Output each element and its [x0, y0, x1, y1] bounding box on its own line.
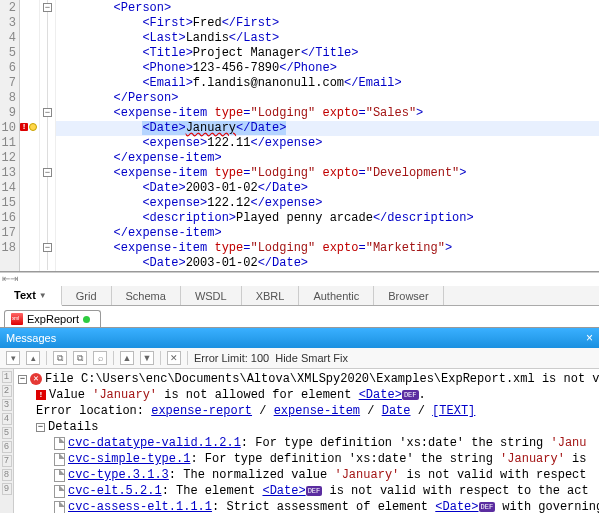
file-tab-expreport[interactable]: ExpReport — [4, 310, 101, 327]
messages-tab-strip[interactable]: 123456789 — [0, 369, 14, 513]
collapse-toggle[interactable]: − — [18, 375, 27, 384]
messages-panel-title[interactable]: Messages × — [0, 328, 599, 348]
messages-tab-5[interactable]: 5 — [2, 427, 12, 439]
msg-detail-row[interactable]: cvc-simple-type.1: For type definition '… — [18, 451, 595, 467]
cvc-code-link[interactable]: cvc-assess-elt.1.1.1 — [68, 500, 212, 513]
error-marker-icon[interactable]: ! — [20, 123, 28, 131]
cvc-code-link[interactable]: cvc-elt.5.2.1 — [68, 484, 162, 498]
def-badge-icon[interactable]: DEF — [479, 502, 496, 512]
view-tab-wsdl[interactable]: WSDL — [181, 286, 242, 305]
xml-file-icon — [11, 313, 23, 325]
messages-tab-9[interactable]: 9 — [2, 483, 12, 495]
view-tab-schema[interactable]: Schema — [112, 286, 181, 305]
document-icon — [54, 485, 65, 498]
view-tab-xbrl[interactable]: XBRL — [242, 286, 300, 305]
chevron-down-icon: ▼ — [39, 291, 47, 300]
fold-margin[interactable]: −−−− — [40, 0, 56, 271]
messages-toolbar: ▾ ▴ ⧉ ⧉ ⌕ ▲ ▼ ✕ Error Limit: 100 Hide Sm… — [0, 348, 599, 369]
breadcrumb-part[interactable]: expense-report — [151, 404, 252, 418]
code-content[interactable]: <Person> <First>Fred</First> <Last>Landi… — [56, 0, 599, 271]
cvc-code-link[interactable]: cvc-datatype-valid.1.2.1 — [68, 436, 241, 450]
breadcrumb-part[interactable]: [TEXT] — [432, 404, 475, 418]
error-badge-icon: ! — [36, 390, 46, 400]
messages-tab-3[interactable]: 3 — [2, 399, 12, 411]
error-limit-label[interactable]: Error Limit: 100 — [194, 352, 269, 364]
editor-nav-arrows[interactable]: ⇤⇥ — [0, 272, 599, 286]
copy-all-icon[interactable]: ⧉ — [73, 351, 87, 365]
messages-title-label: Messages — [6, 332, 56, 344]
toolbar-separator — [160, 351, 161, 365]
toolbar-separator — [113, 351, 114, 365]
dirty-indicator-icon — [83, 316, 90, 323]
document-icon — [54, 437, 65, 450]
view-tab-authentic[interactable]: Authentic — [299, 286, 374, 305]
code-editor[interactable]: 23456789101112131415161718 ! −−−− <Perso… — [0, 0, 599, 272]
breadcrumb-part[interactable]: Date — [382, 404, 411, 418]
messages-tab-2[interactable]: 2 — [2, 385, 12, 397]
messages-tab-8[interactable]: 8 — [2, 469, 12, 481]
msg-value-line[interactable]: !Value 'January' is not allowed for elem… — [18, 387, 595, 403]
document-icon — [54, 453, 65, 466]
messages-tree[interactable]: −✕File C:\Users\enc\Documents\Altova\XML… — [14, 369, 599, 513]
fold-toggle[interactable]: − — [43, 168, 52, 177]
def-badge-icon[interactable]: DEF — [306, 486, 323, 496]
lightbulb-icon[interactable] — [29, 123, 37, 131]
view-tab-grid[interactable]: Grid — [62, 286, 112, 305]
collapse-toggle[interactable]: − — [36, 423, 45, 432]
messages-tab-4[interactable]: 4 — [2, 413, 12, 425]
messages-tab-7[interactable]: 7 — [2, 455, 12, 467]
fold-toggle[interactable]: − — [43, 243, 52, 252]
find-icon[interactable]: ⌕ — [93, 351, 107, 365]
document-icon — [54, 469, 65, 482]
msg-detail-row[interactable]: cvc-assess-elt.1.1.1: Strict assessment … — [18, 499, 595, 513]
line-number-gutter: 23456789101112131415161718 — [0, 0, 20, 271]
filter-down-icon[interactable]: ▾ — [6, 351, 20, 365]
clear-icon[interactable]: ✕ — [167, 351, 181, 365]
close-icon[interactable]: × — [586, 331, 593, 345]
hide-smart-fix-link[interactable]: Hide Smart Fix — [275, 352, 348, 364]
msg-details-header[interactable]: −Details — [18, 419, 595, 435]
marker-margin: ! — [20, 0, 40, 271]
messages-tab-1[interactable]: 1 — [2, 371, 12, 383]
toolbar-separator — [187, 351, 188, 365]
error-icon: ✕ — [30, 373, 42, 385]
cvc-code-link[interactable]: cvc-type.3.1.3 — [68, 468, 169, 482]
messages-body: 123456789 −✕File C:\Users\enc\Documents\… — [0, 369, 599, 513]
copy-icon[interactable]: ⧉ — [53, 351, 67, 365]
view-tab-text[interactable]: Text ▼ — [0, 286, 62, 306]
filter-up-icon[interactable]: ▴ — [26, 351, 40, 365]
msg-location-line: Error location: expense-report / expense… — [18, 403, 595, 419]
file-tabs[interactable]: ExpReport — [0, 306, 599, 328]
fold-toggle[interactable]: − — [43, 108, 52, 117]
messages-tab-6[interactable]: 6 — [2, 441, 12, 453]
msg-detail-row[interactable]: cvc-elt.5.2.1: The element <Date>DEF is … — [18, 483, 595, 499]
fold-toggle[interactable]: − — [43, 3, 52, 12]
cvc-code-link[interactable]: cvc-simple-type.1 — [68, 452, 190, 466]
document-icon — [54, 501, 65, 514]
msg-detail-row[interactable]: cvc-type.3.1.3: The normalized value 'Ja… — [18, 467, 595, 483]
msg-detail-row[interactable]: cvc-datatype-valid.1.2.1: For type defin… — [18, 435, 595, 451]
def-badge-icon[interactable]: DEF — [402, 390, 419, 400]
breadcrumb-part[interactable]: expense-item — [274, 404, 360, 418]
next-icon[interactable]: ▼ — [140, 351, 154, 365]
msg-file-line[interactable]: −✕File C:\Users\enc\Documents\Altova\XML… — [18, 371, 595, 387]
prev-icon[interactable]: ▲ — [120, 351, 134, 365]
view-tab-browser[interactable]: Browser — [374, 286, 443, 305]
toolbar-separator — [46, 351, 47, 365]
file-tab-label: ExpReport — [27, 313, 79, 325]
view-tabs[interactable]: Text ▼GridSchemaWSDLXBRLAuthenticBrowser — [0, 286, 599, 306]
